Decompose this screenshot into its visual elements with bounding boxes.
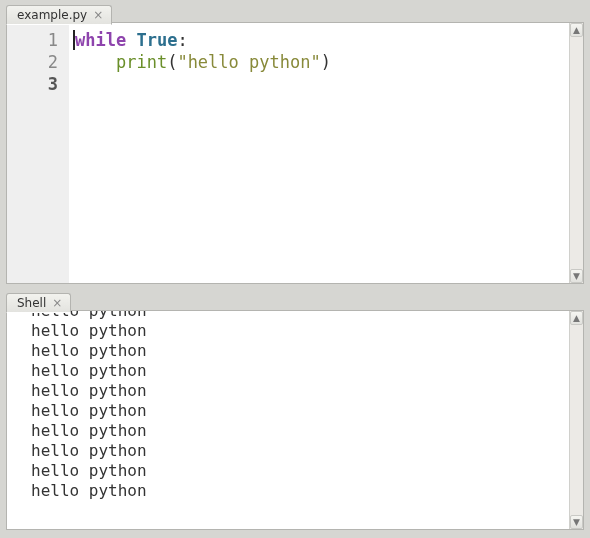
scroll-down-icon[interactable]: ▼ [570,515,583,529]
editor-code-area[interactable]: while True: print("hello python") [69,23,569,283]
shell-output-line: hello python [31,481,563,501]
shell-output-line: hello python [31,421,563,441]
code-token: print [116,52,167,72]
shell-tab-label: Shell [17,296,46,310]
shell-output-line: hello python [31,321,563,341]
editor-gutter: 123 [7,23,69,283]
code-token: ( [167,52,177,72]
shell-output[interactable]: hello pythonhello pythonhello pythonhell… [7,311,569,529]
code-token: while [75,30,126,50]
scroll-up-icon[interactable]: ▲ [570,311,583,325]
editor-scrollbar[interactable]: ▲ ▼ [569,23,583,283]
code-token: ) [321,52,331,72]
shell-tab-close-icon[interactable]: × [52,297,62,309]
editor-tab-close-icon[interactable]: × [93,9,103,21]
shell-output-line: hello python [31,441,563,461]
code-token: True [136,30,177,50]
shell-scrollbar[interactable]: ▲ ▼ [569,311,583,529]
line-number: 3 [7,73,68,95]
shell-output-line: hello python [31,361,563,381]
code-token [126,30,136,50]
code-token [75,52,116,72]
scroll-up-icon[interactable]: ▲ [570,23,583,37]
editor-pane: 123 while True: print("hello python") ▲ … [6,22,584,284]
shell-output-line: hello python [31,311,563,321]
line-number: 1 [7,29,68,51]
shell-tab[interactable]: Shell × [6,293,71,313]
shell-output-line: hello python [31,401,563,421]
shell-output-line: hello python [31,461,563,481]
editor-tab[interactable]: example.py × [6,5,112,25]
shell-output-line: hello python [31,341,563,361]
scroll-down-icon[interactable]: ▼ [570,269,583,283]
shell-output-line: hello python [31,381,563,401]
code-token: : [177,30,187,50]
line-number: 2 [7,51,68,73]
code-token: "hello python" [177,52,320,72]
editor-tab-label: example.py [17,8,87,22]
shell-pane: hello pythonhello pythonhello pythonhell… [6,310,584,530]
